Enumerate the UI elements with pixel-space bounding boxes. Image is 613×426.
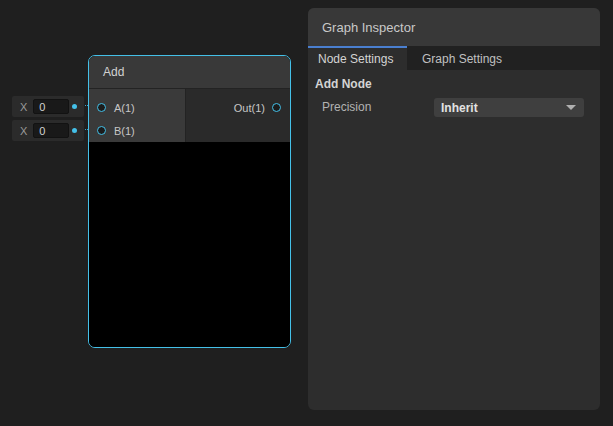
port-circle-icon[interactable]	[97, 103, 106, 112]
tab-graph-settings[interactable]: Graph Settings	[407, 46, 502, 70]
output-ports-column: Out(1)	[186, 89, 290, 142]
panel-titlebar[interactable]: Graph Inspector	[308, 8, 600, 46]
section-title: Add Node	[315, 77, 600, 95]
node-title-label: Add	[103, 65, 124, 79]
axis-label: X	[20, 125, 27, 137]
input-port-b[interactable]: B(1)	[89, 119, 185, 142]
port-circle-icon[interactable]	[272, 103, 281, 112]
value-input-b[interactable]	[33, 123, 69, 138]
precision-field-row: Precision Inherit	[308, 97, 600, 119]
tab-node-settings[interactable]: Node Settings	[308, 46, 407, 70]
precision-label: Precision	[322, 100, 371, 114]
precision-dropdown[interactable]: Inherit	[434, 98, 584, 117]
value-input-a[interactable]	[33, 99, 69, 114]
inspector-tabbar: Node Settings Graph Settings	[308, 46, 600, 70]
node-ports: A(1) B(1) Out(1)	[89, 89, 290, 142]
tab-label: Node Settings	[318, 52, 393, 66]
port-label: B(1)	[114, 125, 135, 137]
edge-dot-icon	[72, 104, 77, 109]
output-port-out[interactable]: Out(1)	[186, 96, 290, 119]
input-ports-column: A(1) B(1)	[89, 89, 186, 142]
port-label: A(1)	[114, 102, 135, 114]
node-preview	[89, 142, 290, 347]
inspector-body: Add Node Precision Inherit	[308, 70, 600, 119]
tab-label: Graph Settings	[422, 52, 502, 66]
axis-label: X	[20, 101, 27, 113]
default-value-widget-a: X	[12, 96, 84, 117]
node-title[interactable]: Add	[89, 56, 290, 89]
add-node[interactable]: Add A(1) B(1) Out(1)	[88, 55, 291, 348]
panel-title: Graph Inspector	[322, 20, 415, 35]
default-value-widget-b: X	[12, 120, 84, 141]
port-label: Out(1)	[234, 102, 265, 114]
port-circle-icon[interactable]	[97, 126, 106, 135]
input-port-a[interactable]: A(1)	[89, 96, 185, 119]
graph-inspector-panel: Graph Inspector Node Settings Graph Sett…	[308, 8, 600, 410]
chevron-down-icon	[566, 105, 576, 110]
edge-dot-icon	[72, 128, 77, 133]
dropdown-value: Inherit	[434, 101, 566, 115]
